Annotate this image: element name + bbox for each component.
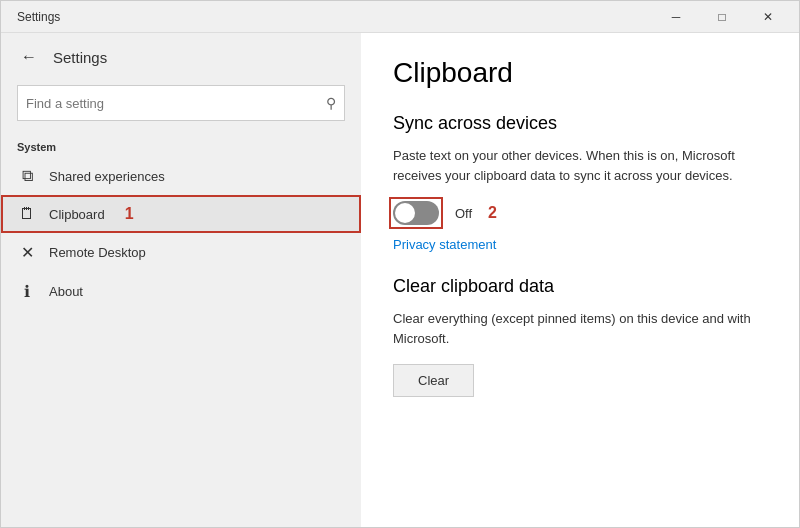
clear-button[interactable]: Clear	[393, 364, 474, 397]
main-content: Clipboard Sync across devices Paste text…	[361, 33, 799, 527]
about-icon: ℹ	[17, 282, 37, 301]
title-bar-controls: ─ □ ✕	[653, 1, 791, 33]
sidebar-item-label-clipboard: Clipboard	[49, 207, 105, 222]
sidebar-item-label-remote: Remote Desktop	[49, 245, 146, 260]
sidebar-item-about[interactable]: ℹ About	[1, 272, 361, 311]
minimize-button[interactable]: ─	[653, 1, 699, 33]
back-button[interactable]: ←	[17, 45, 41, 69]
search-icon: ⚲	[326, 95, 336, 111]
sidebar-item-label-about: About	[49, 284, 83, 299]
system-section-label: System	[1, 133, 361, 157]
toggle-row: Off 2	[393, 201, 767, 225]
search-box[interactable]: ⚲	[17, 85, 345, 121]
sidebar-item-shared[interactable]: ⧉ Shared experiences	[1, 157, 361, 195]
clear-section-desc: Clear everything (except pinned items) o…	[393, 309, 767, 348]
sync-section-title: Sync across devices	[393, 113, 767, 134]
sidebar-title: Settings	[53, 49, 107, 66]
search-input[interactable]	[26, 96, 326, 111]
annotation-2-badge: 2	[488, 204, 497, 222]
title-bar-text: Settings	[17, 10, 653, 24]
sync-toggle[interactable]	[393, 201, 439, 225]
annotation-1-badge: 1	[125, 205, 134, 223]
sidebar-item-clipboard[interactable]: 🗒 Clipboard 1	[1, 195, 361, 233]
sidebar: ← Settings ⚲ System ⧉ Shared experiences…	[1, 33, 361, 527]
sidebar-header: ← Settings	[1, 33, 361, 81]
page-title: Clipboard	[393, 57, 767, 89]
close-button[interactable]: ✕	[745, 1, 791, 33]
toggle-label: Off	[455, 206, 472, 221]
remote-icon: ✕	[17, 243, 37, 262]
clear-section-title: Clear clipboard data	[393, 276, 767, 297]
clipboard-icon: 🗒	[17, 205, 37, 223]
privacy-statement-link[interactable]: Privacy statement	[393, 237, 767, 252]
settings-window: Settings ─ □ ✕ ← Settings ⚲ System ⧉ Sha…	[0, 0, 800, 528]
sync-section-desc: Paste text on your other devices. When t…	[393, 146, 767, 185]
title-bar: Settings ─ □ ✕	[1, 1, 799, 33]
shared-icon: ⧉	[17, 167, 37, 185]
sidebar-item-label-shared: Shared experiences	[49, 169, 165, 184]
toggle-container[interactable]	[393, 201, 439, 225]
content-area: ← Settings ⚲ System ⧉ Shared experiences…	[1, 33, 799, 527]
maximize-button[interactable]: □	[699, 1, 745, 33]
sidebar-item-remote[interactable]: ✕ Remote Desktop	[1, 233, 361, 272]
toggle-knob	[395, 203, 415, 223]
